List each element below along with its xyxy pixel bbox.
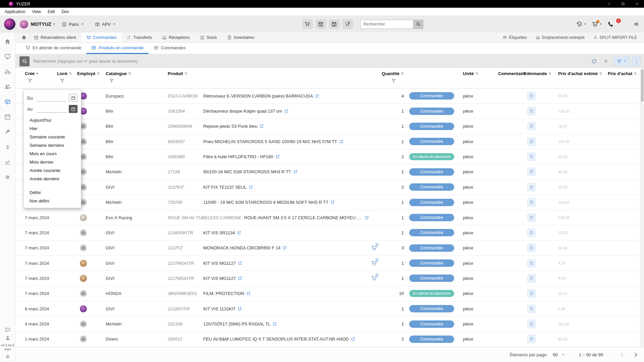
column-header-commentaire[interactable]: Commentaire — [494, 71, 523, 88]
tab-stock[interactable]: Stock — [195, 33, 222, 42]
order-copy-button[interactable] — [527, 305, 536, 313]
filter-icon[interactable] — [28, 78, 32, 83]
close-button[interactable] — [630, 0, 644, 8]
action-emplacements-entrepot[interactable]: Emplacements entrepôt — [531, 35, 589, 40]
sidebar-item-dollar[interactable]: $ — [0, 139, 15, 155]
scrollbar-thumb[interactable] — [641, 69, 644, 102]
external-link-icon[interactable] — [351, 337, 355, 341]
calendar-edit-quick-button[interactable] — [329, 19, 339, 29]
cart-clock-quick-button[interactable] — [342, 19, 353, 29]
toolbar-search-button[interactable] — [413, 20, 423, 29]
site-selector[interactable]: Paris — [62, 22, 84, 27]
date-from-calendar-button[interactable] — [69, 94, 77, 102]
sidebar-item-users[interactable] — [0, 79, 15, 94]
order-copy-button[interactable] — [527, 92, 536, 100]
filter-option-mois-en-cours[interactable]: Mois en cours — [24, 149, 81, 158]
column-header-commande[interactable]: Commande — [523, 71, 557, 88]
phone-button[interactable] — [607, 21, 614, 27]
external-link-icon[interactable] — [259, 124, 264, 128]
column-header-catalogue[interactable]: Catalogue — [106, 71, 168, 88]
user-menu-button[interactable]: 1 — [619, 19, 628, 29]
external-link-icon[interactable] — [284, 109, 288, 113]
subtab-commandes[interactable]: Commandes — [149, 43, 191, 54]
external-link-icon[interactable] — [339, 139, 343, 144]
clear-search-button[interactable] — [601, 57, 610, 66]
action-etiquettes[interactable]: Étiquettes — [498, 35, 531, 40]
order-copy-button[interactable] — [527, 168, 536, 176]
vertical-scrollbar[interactable] — [640, 68, 644, 347]
column-header-prix-achat[interactable]: Prix d'achat — [608, 71, 640, 88]
subtab-produits-en-commande[interactable]: Produits en commande — [86, 43, 149, 54]
order-copy-button[interactable] — [527, 335, 536, 343]
column-header-employe[interactable]: Employé — [77, 71, 106, 88]
company-logo[interactable] — [4, 18, 15, 30]
external-link-icon[interactable] — [365, 216, 369, 220]
table-row[interactable]: 7 mars 2024GIVI1137FZMONORACK HONDA CB/C… — [15, 241, 644, 256]
filter-dropdown-button[interactable] — [613, 57, 630, 66]
sidebar-bottom-chat[interactable] — [0, 327, 15, 333]
filter-icon[interactable] — [391, 78, 396, 83]
order-copy-button[interactable] — [527, 259, 536, 267]
filter-option-mois-dernier[interactable]: Mois dernier — [24, 158, 81, 166]
external-link-icon[interactable] — [293, 170, 298, 174]
filter-option-aujourd-hui[interactable]: Aujourd'hui — [24, 116, 81, 124]
order-copy-button[interactable] — [527, 183, 536, 191]
table-row[interactable]: Bihr1000489Filtre à huile HIFLOFILTRO - … — [15, 149, 644, 164]
table-row[interactable]: 1 mars 2024Divers336512FEU AV.B&M LUMOTE… — [15, 332, 644, 347]
calendar-check-quick-button[interactable] — [316, 19, 326, 29]
external-link-icon[interactable] — [238, 261, 242, 265]
search-button[interactable] — [19, 56, 30, 66]
org-selector[interactable]: MOTYUZ — [31, 21, 51, 27]
table-row[interactable]: 7 mars 2024Evo X RacingROUE SM AV TUBELE… — [15, 210, 644, 225]
table-row[interactable]: Michelin733790110/90 - 19 M/C 62M STARCR… — [15, 195, 644, 210]
table-row[interactable]: Bihr9003057Pneu MICHELIN STARCROSS 5 SAN… — [15, 134, 644, 149]
department-selector[interactable]: APV — [95, 22, 116, 27]
tab-inventaires[interactable]: Inventaires — [222, 33, 259, 42]
more-options-button[interactable] — [633, 57, 641, 66]
cart-quick-button[interactable] — [302, 19, 313, 29]
tab-receptions[interactable]: Réceptions — [157, 33, 195, 42]
refresh-button[interactable] — [589, 57, 598, 66]
column-header-unite[interactable]: Unité — [457, 71, 494, 88]
table-row[interactable]: 7 mars 2024GIVI1127MGKITRKIT VIS MG11271… — [15, 271, 644, 286]
minimize-button[interactable] — [602, 0, 616, 8]
order-copy-button[interactable] — [527, 289, 536, 298]
order-copy-button[interactable] — [527, 320, 536, 328]
filter-option-non-defini[interactable]: Non défini — [24, 197, 81, 205]
sidebar-item-chart[interactable] — [0, 155, 15, 170]
column-header-quantite[interactable]: Quantité — [381, 71, 407, 88]
column-header-cree[interactable]: Créé — [25, 71, 57, 88]
filter-option-semaine-derniere[interactable]: Semaine dernière — [24, 141, 81, 149]
external-link-icon[interactable] — [237, 231, 241, 235]
date-to-input[interactable] — [37, 105, 67, 113]
tab-reservations-client[interactable]: Réservations client — [29, 33, 81, 42]
order-copy-button[interactable] — [527, 229, 536, 237]
column-header-produit[interactable]: Produit — [168, 71, 369, 88]
sidebar-item-calendar[interactable] — [0, 109, 15, 124]
external-link-icon[interactable] — [246, 291, 251, 296]
home-tab-button[interactable] — [19, 33, 29, 42]
table-row[interactable]: EuropaccEGO-CARBONRétroviseur E-VERSION … — [15, 88, 644, 104]
sidebar-item-bike[interactable] — [0, 64, 15, 79]
sidebar-item-wrench[interactable] — [0, 124, 15, 139]
eye-icon[interactable] — [633, 22, 639, 26]
table-row[interactable]: GIVI1137KITKIT FIX TE1137 SEUL2Commandée… — [15, 180, 644, 195]
table-row[interactable]: 4 mars 2024Michelin152108120/70ZR17 (58W… — [15, 316, 644, 331]
previous-page-button[interactable] — [619, 352, 625, 358]
history-button[interactable] — [576, 21, 587, 27]
org-avatar[interactable] — [19, 20, 29, 29]
external-link-icon[interactable] — [330, 200, 335, 204]
per-page-select[interactable]: 50 — [553, 352, 565, 357]
sidebar-item-screen[interactable] — [0, 49, 15, 64]
table-row[interactable]: Michelin1715890/100-16 M/C 51M STARCROSS… — [15, 165, 644, 180]
subtab-en-attente-de-commande[interactable]: En attente de commande — [20, 43, 86, 54]
order-copy-button[interactable] — [527, 274, 536, 283]
table-row[interactable]: 6 mars 2024GIVI1132KITFRKIT VIS 1132KIT1… — [15, 301, 644, 316]
menu-edit[interactable]: Edit — [44, 9, 58, 14]
filter-icon[interactable] — [60, 78, 64, 83]
sidebar-item-gears[interactable] — [0, 170, 15, 185]
table-search-input[interactable] — [34, 56, 585, 66]
order-copy-button[interactable] — [527, 198, 536, 206]
order-copy-button[interactable] — [527, 214, 536, 222]
column-header-prix-estime[interactable]: Prix d'achat estimé — [557, 71, 608, 88]
